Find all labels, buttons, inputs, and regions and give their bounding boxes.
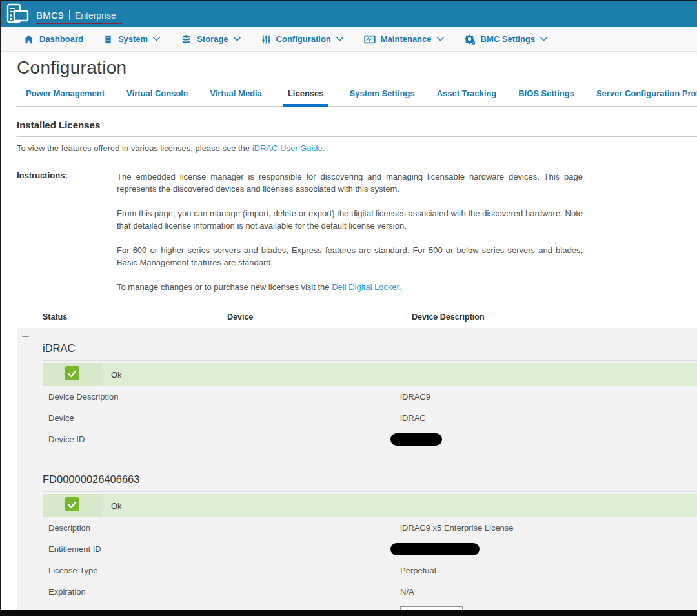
tab-bar: Power ManagementVirtual ConsoleVirtual M… xyxy=(17,87,697,107)
detail-value: iDRAC9 x5 Enterprise License xyxy=(400,523,514,533)
storage-icon xyxy=(181,34,192,45)
main-nav: DashboardSystemStorageConfigurationMaint… xyxy=(0,27,697,52)
nav-item-dashboard[interactable]: Dashboard xyxy=(23,34,83,45)
status-ok-check-icon xyxy=(65,497,79,514)
detail-label: Description xyxy=(48,523,90,533)
status-label: Ok xyxy=(111,501,122,511)
status-ok-check-icon xyxy=(65,366,79,383)
column-header-device: Device xyxy=(227,313,253,322)
intro-text: To view the features offered in various … xyxy=(17,143,252,153)
tab-system-settings[interactable]: System Settings xyxy=(349,87,416,106)
detail-label: Device Description xyxy=(48,392,118,402)
instructions-label: Instructions: xyxy=(17,170,117,293)
redacted-value xyxy=(390,543,480,555)
column-header-status: Status xyxy=(43,313,67,322)
brand: BMC9 Enterprise xyxy=(36,7,116,21)
collapse-icon[interactable]: − xyxy=(21,329,30,344)
window-left-edge xyxy=(0,0,1,616)
nav-item-bmc-settings[interactable]: BMC Settings xyxy=(465,34,549,45)
window-top-edge xyxy=(0,0,697,1)
instructions-paragraph: From this page, you can manage (import, … xyxy=(117,207,583,232)
configuration-icon xyxy=(261,34,271,45)
brand-divider xyxy=(69,10,70,20)
nav-item-label: Configuration xyxy=(276,34,331,44)
detail-value: iDRAC9 xyxy=(400,392,430,402)
detail-row-device-description: Device DescriptioniDRAC9 xyxy=(43,386,697,407)
tab-virtual-console[interactable]: Virtual Console xyxy=(126,87,188,106)
status-icon-cell xyxy=(43,494,102,517)
chevron-down-icon xyxy=(152,36,161,42)
tab-licenses[interactable]: Licenses xyxy=(283,87,328,107)
tab-server-configuration-profile[interactable]: Server Configuration Profile xyxy=(596,87,697,106)
page-content: Configuration Power ManagementVirtual Co… xyxy=(0,57,697,328)
license-group-fd00000026406663: FD00000026406663OkDescriptioniDRAC9 x5 E… xyxy=(17,450,697,616)
status-row: Ok xyxy=(43,363,697,386)
detail-row-device-id: Device ID xyxy=(43,429,697,450)
nav-item-label: Storage xyxy=(197,34,228,44)
column-header-device-description: Device Description xyxy=(412,313,485,322)
detail-label: Entitlement ID xyxy=(48,544,101,554)
brand-underline xyxy=(36,23,122,24)
nav-item-configuration[interactable]: Configuration xyxy=(261,34,344,45)
redacted-value xyxy=(390,433,442,446)
detail-value: N/A xyxy=(400,587,414,597)
table-header-row: StatusDeviceDevice Description xyxy=(17,306,697,328)
detail-value: Perpetual xyxy=(400,566,436,575)
tab-bios-settings[interactable]: BIOS Settings xyxy=(518,87,575,106)
license-group-title: FD00000026406663 xyxy=(43,450,697,492)
chevron-down-icon xyxy=(540,36,548,42)
license-group-title: iDRAC xyxy=(43,328,697,361)
nav-item-label: System xyxy=(118,34,148,44)
brand-name: BMC9 xyxy=(36,10,64,21)
maintenance-icon xyxy=(364,34,376,45)
section-heading: Installed Licenses xyxy=(17,119,697,130)
tab-power-management[interactable]: Power Management xyxy=(25,87,105,106)
intro-line: To view the features offered in various … xyxy=(17,143,697,153)
status-icon-cell xyxy=(43,363,102,386)
window-bottom-edge xyxy=(0,610,697,616)
detail-label: Device xyxy=(48,413,74,423)
detail-row-expiration: ExpirationN/A xyxy=(43,581,697,602)
nav-item-label: Maintenance xyxy=(381,34,432,44)
instructions-closing-paragraph: To manage changes or to purchase new lic… xyxy=(117,281,583,293)
nav-item-label: Dashboard xyxy=(39,34,83,44)
nav-item-system[interactable]: System xyxy=(103,34,161,45)
idrac-user-guide-link[interactable]: iDRAC User Guide. xyxy=(252,143,325,153)
tab-asset-tracking[interactable]: Asset Tracking xyxy=(436,87,498,106)
nav-item-storage[interactable]: Storage xyxy=(181,34,241,45)
chevron-down-icon xyxy=(336,36,344,42)
status-row: Ok xyxy=(43,494,697,517)
license-group-idrac: iDRACOkDevice DescriptioniDRAC9DeviceiDR… xyxy=(17,328,697,450)
tab-virtual-media[interactable]: Virtual Media xyxy=(209,87,263,106)
nav-item-maintenance[interactable]: Maintenance xyxy=(364,34,445,45)
status-label: Ok xyxy=(111,370,122,380)
instructions-paragraph: The embedded license manager is responsi… xyxy=(117,170,583,195)
instructions-body: The embedded license manager is responsi… xyxy=(117,170,583,293)
dell-digital-locker-link[interactable]: Dell Digital Locker. xyxy=(332,282,401,292)
detail-label: Device ID xyxy=(48,435,85,444)
detail-value: iDRAC xyxy=(400,413,426,423)
brand-product: Enterprise xyxy=(75,10,116,21)
detail-row-entitlement-id: Entitlement ID xyxy=(43,539,697,560)
instructions-closing-text: To manage changes or to purchase new lic… xyxy=(117,282,332,292)
detail-label: Expiration xyxy=(48,587,86,597)
detail-label: License Type xyxy=(48,566,97,575)
license-table: − iDRACOkDevice DescriptioniDRAC9Devicei… xyxy=(17,328,697,616)
chevron-down-icon xyxy=(233,36,241,42)
system-icon xyxy=(103,34,113,45)
detail-row-license-type: License TypePerpetual xyxy=(43,560,697,581)
detail-row-device: DeviceiDRAC xyxy=(43,407,697,429)
home-icon xyxy=(23,34,34,45)
bmc-logo-icon xyxy=(6,3,30,24)
instructions-paragraph: For 600 or higher series servers and bla… xyxy=(117,244,583,269)
masthead: BMC9 Enterprise xyxy=(0,0,697,27)
instructions-block: Instructions: The embedded license manag… xyxy=(17,170,697,293)
nav-item-label: BMC Settings xyxy=(481,34,536,44)
detail-row-description: DescriptioniDRAC9 x5 Enterprise License xyxy=(43,517,697,539)
chevron-down-icon xyxy=(436,36,445,42)
bmc-settings-icon xyxy=(465,34,476,45)
section-divider xyxy=(17,136,697,137)
page-title: Configuration xyxy=(17,57,697,78)
